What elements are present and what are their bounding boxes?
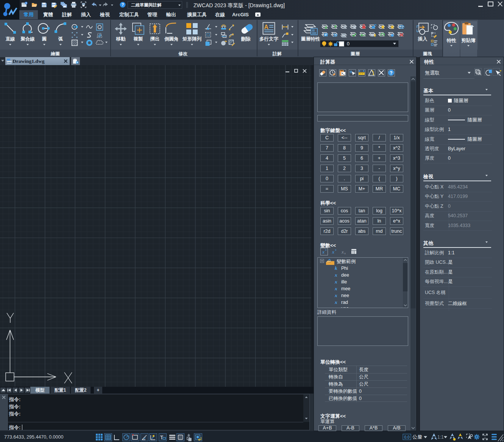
svg-text:x: x bbox=[332, 249, 334, 255]
svg-text:?: ? bbox=[122, 2, 124, 7]
svg-text:rad: rad bbox=[341, 300, 348, 305]
svg-text:x: x bbox=[334, 279, 337, 285]
svg-text:公釐: 公釐 bbox=[412, 434, 422, 440]
svg-text:x: x bbox=[334, 305, 337, 308]
svg-text:A: A bbox=[264, 24, 268, 30]
svg-text:x: x bbox=[341, 249, 344, 255]
svg-text:k: k bbox=[335, 265, 337, 271]
svg-text:Phi: Phi bbox=[341, 266, 348, 271]
svg-text:0.0: 0.0 bbox=[404, 435, 410, 439]
svg-text:x: x bbox=[334, 272, 337, 278]
svg-text:x: x bbox=[334, 299, 337, 305]
svg-text:mee: mee bbox=[341, 286, 350, 291]
svg-text:+: + bbox=[325, 248, 327, 252]
svg-text:變數範例: 變數範例 bbox=[337, 259, 356, 264]
svg-text:x: x bbox=[334, 286, 337, 291]
svg-text:x: x bbox=[322, 249, 325, 255]
svg-text:+: + bbox=[335, 248, 337, 252]
svg-text:DWG: DWG bbox=[7, 61, 12, 64]
svg-text:dee: dee bbox=[341, 272, 349, 278]
svg-text:x: x bbox=[344, 252, 346, 255]
svg-text:ille: ille bbox=[341, 279, 347, 285]
svg-text:?: ? bbox=[390, 70, 392, 76]
svg-text:1:1: 1:1 bbox=[437, 434, 444, 440]
svg-text:x: x bbox=[334, 293, 337, 298]
svg-text:vee: vee bbox=[341, 306, 349, 308]
svg-text:nee: nee bbox=[341, 293, 349, 298]
